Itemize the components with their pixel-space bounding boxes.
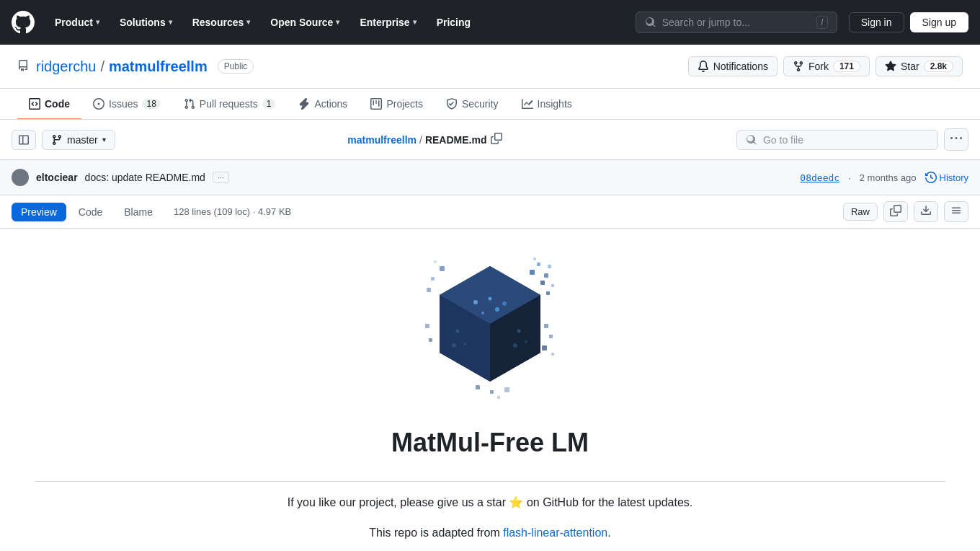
tab-issues[interactable]: Issues 18 xyxy=(81,89,172,120)
top-navigation: Product ▾ Solutions ▾ Resources ▾ Open S… xyxy=(0,0,980,45)
topnav-product[interactable]: Product ▾ xyxy=(46,11,108,34)
repo-name-link[interactable]: matmulfreellm xyxy=(109,58,208,75)
file-content-tabs: Preview Code Blame 128 lines (109 loc) ·… xyxy=(0,195,980,229)
topnav-enterprise[interactable]: Enterprise ▾ xyxy=(351,11,424,34)
tab-security[interactable]: Security xyxy=(435,89,510,120)
topnav-open-source[interactable]: Open Source ▾ xyxy=(262,11,348,34)
chevron-down-icon: ▾ xyxy=(336,18,339,26)
commit-hash-link[interactable]: 08deedc xyxy=(800,172,839,183)
topnav-auth-actions: Sign in Sign up xyxy=(849,12,968,32)
breadcrumb-slash: / xyxy=(419,134,422,146)
svg-rect-10 xyxy=(548,265,551,268)
svg-point-36 xyxy=(456,330,460,333)
repo-owner-link[interactable]: ridgerchu xyxy=(36,58,96,75)
svg-rect-14 xyxy=(440,266,445,271)
svg-point-30 xyxy=(502,301,507,306)
github-logo[interactable] xyxy=(12,11,35,34)
flash-linear-attention-link[interactable]: flash-linear-attention xyxy=(503,526,607,539)
tab-pull-requests[interactable]: Pull requests 1 xyxy=(172,89,288,120)
search-icon xyxy=(645,17,656,28)
history-label: History xyxy=(940,172,968,183)
star-button[interactable]: Star 2.8k xyxy=(876,56,963,76)
blame-tab-button[interactable]: Blame xyxy=(115,203,162,221)
sign-up-button[interactable]: Sign up xyxy=(910,12,968,32)
tab-projects-label: Projects xyxy=(386,98,423,110)
topnav-pricing[interactable]: Pricing xyxy=(428,11,479,34)
preview-tab-button[interactable]: Preview xyxy=(12,203,66,221)
svg-point-37 xyxy=(463,343,466,345)
go-to-file-placeholder: Go to file xyxy=(763,134,803,146)
topnav-links: Product ▾ Solutions ▾ Resources ▾ Open S… xyxy=(46,11,624,34)
svg-point-34 xyxy=(525,340,527,343)
readme-para2-after: . xyxy=(607,526,610,539)
search-kbd-hint: / xyxy=(816,16,827,29)
svg-point-1 xyxy=(15,179,25,185)
star-icon xyxy=(885,61,896,72)
svg-rect-22 xyxy=(425,324,429,328)
topnav-open-source-label: Open Source xyxy=(270,17,333,28)
notifications-button[interactable]: Notifications xyxy=(688,56,778,76)
svg-rect-15 xyxy=(431,277,435,281)
sign-in-button[interactable]: Sign in xyxy=(849,12,904,32)
topnav-solutions[interactable]: Solutions ▾ xyxy=(111,11,181,34)
code-tab-button[interactable]: Code xyxy=(69,203,112,221)
star-label: Star xyxy=(901,61,919,72)
file-nav-controls: master ▾ xyxy=(12,130,115,150)
actions-icon xyxy=(298,98,310,110)
commit-right-section: 08deedc · 2 months ago History xyxy=(800,172,968,183)
svg-rect-17 xyxy=(434,260,437,263)
breadcrumb-separator: / xyxy=(100,58,104,75)
readme-content: MatMul-Free LM If you like our project, … xyxy=(0,229,980,551)
download-button[interactable] xyxy=(914,201,938,222)
tab-projects[interactable]: Projects xyxy=(359,89,435,120)
breadcrumb-repo-link[interactable]: matmulfreellm xyxy=(347,134,416,146)
commit-timestamp: 2 months ago xyxy=(860,172,917,183)
repo-visibility-badge: Public xyxy=(218,59,254,74)
svg-rect-12 xyxy=(551,284,554,287)
list-icon xyxy=(950,205,962,216)
readme-logo-image xyxy=(418,252,562,410)
fork-label: Fork xyxy=(808,61,829,72)
commit-expand-button[interactable]: ··· xyxy=(213,172,229,183)
copy-icon xyxy=(491,133,502,144)
more-options-button[interactable] xyxy=(944,128,968,151)
copy-raw-button[interactable] xyxy=(883,201,908,222)
topnav-resources[interactable]: Resources ▾ xyxy=(184,11,259,34)
branch-icon xyxy=(51,134,63,146)
global-search[interactable]: Search or jump to... / xyxy=(636,12,837,33)
copy-path-button[interactable] xyxy=(489,131,504,148)
download-icon xyxy=(920,205,932,216)
svg-rect-27 xyxy=(497,396,500,399)
search-placeholder-text: Search or jump to... xyxy=(662,17,811,28)
branch-selector[interactable]: master ▾ xyxy=(42,130,115,150)
svg-rect-16 xyxy=(427,288,431,292)
file-tab-left: Preview Code Blame 128 lines (109 loc) ·… xyxy=(12,203,291,221)
history-button[interactable]: History xyxy=(925,172,968,183)
ellipsis-icon xyxy=(950,133,962,144)
svg-rect-23 xyxy=(429,338,432,342)
topnav-product-label: Product xyxy=(55,17,93,28)
svg-point-0 xyxy=(17,172,23,177)
fork-count: 171 xyxy=(833,61,860,72)
svg-rect-24 xyxy=(476,385,480,389)
sidebar-toggle-button[interactable] xyxy=(12,130,36,150)
fork-button[interactable]: Fork 171 xyxy=(783,56,870,76)
repo-actions: Notifications Fork 171 Star 2.8k xyxy=(688,56,963,76)
go-to-file-search[interactable]: Go to file xyxy=(736,130,938,150)
svg-point-33 xyxy=(517,330,521,333)
tab-actions[interactable]: Actions xyxy=(287,89,359,120)
tab-code-label: Code xyxy=(45,98,70,110)
branch-chevron-icon: ▾ xyxy=(102,136,106,144)
raw-button[interactable]: Raw xyxy=(843,203,878,221)
tab-insights[interactable]: Insights xyxy=(510,89,584,120)
tab-code[interactable]: Code xyxy=(17,89,81,120)
tab-security-label: Security xyxy=(462,98,499,110)
svg-rect-6 xyxy=(530,270,535,275)
svg-rect-20 xyxy=(542,345,547,351)
code-icon xyxy=(29,98,40,110)
file-breadcrumb: matmulfreellm / README.md xyxy=(347,131,504,148)
commit-left-section: eltociear docs: update README.md ··· xyxy=(12,169,229,186)
outline-button[interactable] xyxy=(944,201,968,222)
commit-time: · xyxy=(848,172,851,183)
svg-rect-26 xyxy=(504,387,509,392)
